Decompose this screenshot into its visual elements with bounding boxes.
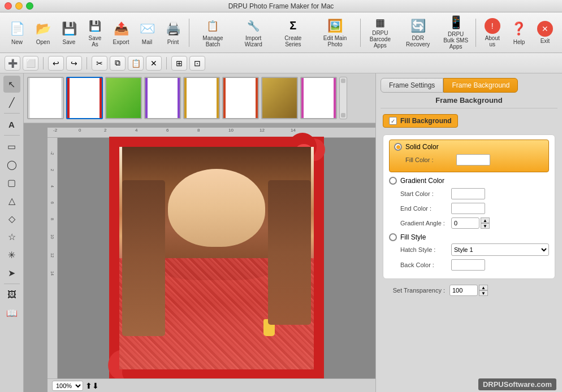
- rect-tool[interactable]: ▭: [3, 138, 20, 155]
- zoom-button[interactable]: ⊡: [189, 56, 205, 71]
- manage-batch-button[interactable]: 📋 Manage Batch: [193, 16, 233, 50]
- import-wizard-button[interactable]: 🔧 Import Wizard: [234, 16, 273, 50]
- bulk-sms-icon: 📱: [447, 15, 465, 30]
- minimize-button[interactable]: [15, 2, 23, 10]
- round-rect-tool[interactable]: ▢: [3, 174, 20, 191]
- tab-frame-background[interactable]: Frame Background: [443, 78, 518, 93]
- text-tool[interactable]: A: [3, 116, 20, 133]
- solid-color-radio[interactable]: [394, 143, 402, 151]
- transparency-row: Set Transparency : ▲ ▼: [383, 285, 555, 296]
- edit-main-photo-icon: 🖼️: [326, 18, 344, 34]
- maximize-button[interactable]: [26, 2, 33, 10]
- line-tool[interactable]: ╱: [3, 94, 20, 111]
- left-toolbar: ↖ ╱ A ▭ ◯ ▢ △ ◇ ☆ ✳ ➤ 🖼 📖: [0, 73, 24, 392]
- cut-button[interactable]: ✂: [92, 56, 107, 71]
- frame-thumb-4[interactable]: [144, 77, 181, 119]
- zoom-bar: 100% 75% 50% 150% ⬆⬇: [47, 378, 375, 392]
- frame-thumb-3[interactable]: [105, 77, 142, 119]
- fill-color-swatch[interactable]: [456, 154, 490, 165]
- strip-scrollbar[interactable]: [339, 77, 347, 119]
- hatch-style-select[interactable]: Style 1 Style 2 Style 3: [451, 243, 549, 256]
- frame-thumb-2[interactable]: [66, 77, 103, 119]
- select-tool[interactable]: ↖: [3, 76, 20, 93]
- color-options-group: Solid Color Fill Color : Gradient Color: [383, 134, 555, 279]
- about-button[interactable]: ! About us: [479, 16, 505, 50]
- open-icon: 📂: [34, 20, 52, 38]
- solid-color-option[interactable]: Solid Color Fill Color :: [389, 140, 549, 172]
- gradient-color-radio[interactable]: [389, 177, 397, 185]
- grid-button[interactable]: ⊞: [171, 56, 187, 71]
- diamond-tool[interactable]: ◇: [3, 210, 20, 227]
- zoom-select[interactable]: 100% 75% 50% 150%: [52, 381, 83, 391]
- export-icon: 📤: [112, 20, 130, 38]
- frame-thumb-5[interactable]: [183, 77, 220, 119]
- exit-button[interactable]: ✕ Exit: [533, 16, 557, 50]
- fill-background-checkbox[interactable]: ✓: [389, 117, 397, 125]
- delete-button[interactable]: ✕: [146, 56, 162, 71]
- close-button[interactable]: [5, 2, 12, 10]
- fill-color-row: Fill Color :: [405, 154, 544, 165]
- frame-thumb-8[interactable]: [300, 77, 337, 119]
- hatch-style-label: Hatch Style :: [400, 246, 451, 253]
- frame-thumb-1[interactable]: [27, 77, 64, 119]
- back-color-row: Back Color :: [400, 259, 549, 271]
- frame-thumb-6[interactable]: [222, 77, 259, 119]
- print-button[interactable]: 🖨️ Print: [161, 16, 185, 50]
- fill-style-radio[interactable]: [389, 233, 397, 241]
- fill-background-checkbox-group[interactable]: ✓ Fill Background: [383, 114, 458, 128]
- edit-main-photo-button[interactable]: 🖼️ Edit Main Photo: [313, 16, 357, 50]
- book-tool[interactable]: 📖: [3, 304, 20, 321]
- angle-spinner[interactable]: ▲ ▼: [481, 217, 490, 229]
- tabs-row: Frame Settings Frame Background: [376, 73, 562, 93]
- transparency-input[interactable]: [449, 285, 478, 296]
- paste-button[interactable]: 📋: [128, 56, 144, 71]
- ellipse-tool[interactable]: ◯: [3, 156, 20, 173]
- end-color-swatch[interactable]: [451, 203, 485, 214]
- copy-button[interactable]: ⧉: [110, 56, 126, 71]
- start-color-swatch[interactable]: [451, 188, 485, 199]
- photo-frame: [109, 137, 324, 380]
- watermark: DRPUSoftware.com: [376, 377, 562, 392]
- ddr-recovery-button[interactable]: 🔄 DDR Recovery: [397, 16, 439, 50]
- start-color-row: Start Color :: [400, 188, 549, 199]
- export-button[interactable]: 📤 Export: [109, 16, 133, 50]
- transparency-label: Set Transparency :: [383, 287, 445, 294]
- zoom-spinner[interactable]: ⬆⬇: [85, 381, 99, 390]
- undo-button[interactable]: ↩: [48, 56, 64, 71]
- gradient-angle-input[interactable]: [451, 217, 479, 229]
- frame-button[interactable]: ⬜: [23, 56, 38, 71]
- new-button[interactable]: 📄 New: [5, 16, 29, 50]
- redo-button[interactable]: ↪: [66, 56, 82, 71]
- frame-strip: [24, 73, 375, 123]
- watermark-text: DRPUSoftware.com: [478, 378, 556, 390]
- mail-button[interactable]: ✉️ Mail: [135, 16, 159, 50]
- angle-up-button[interactable]: ▲: [481, 217, 490, 223]
- transparency-spinner[interactable]: ▲ ▼: [479, 285, 488, 296]
- app-title: DRPU Photo Frame Maker for Mac: [228, 2, 334, 10]
- triangle-tool[interactable]: △: [3, 192, 20, 209]
- canvas-content[interactable]: [58, 138, 375, 378]
- gradient-color-section: Gradient Color Start Color : End Color :…: [389, 177, 549, 229]
- angle-down-button[interactable]: ▼: [481, 223, 490, 229]
- bulk-sms-button[interactable]: 📱 DRPU Bulk SMS Apps: [440, 16, 472, 50]
- window-controls[interactable]: [5, 2, 33, 10]
- barcode-apps-button[interactable]: ▦ DRPU Barcode Apps: [364, 16, 396, 50]
- back-color-swatch[interactable]: [451, 259, 485, 271]
- help-button[interactable]: ❓ Help: [507, 16, 531, 50]
- transparency-down-button[interactable]: ▼: [479, 290, 488, 296]
- toolbar-separator-3: [475, 19, 476, 47]
- sec-sep-3: [166, 57, 167, 69]
- arrow-tool[interactable]: ➤: [3, 264, 20, 281]
- transparency-up-button[interactable]: ▲: [479, 285, 488, 290]
- burst-tool[interactable]: ✳: [3, 246, 20, 263]
- star-tool[interactable]: ☆: [3, 228, 20, 245]
- photo-tool[interactable]: 🖼: [3, 286, 20, 303]
- create-series-button[interactable]: Σ Create Series: [274, 16, 313, 50]
- tab-frame-settings[interactable]: Frame Settings: [381, 78, 443, 93]
- open-button[interactable]: 📂 Open: [31, 16, 55, 50]
- frame-thumb-7[interactable]: [261, 77, 298, 119]
- save-as-icon: 💾: [86, 18, 104, 34]
- save-as-button[interactable]: 💾 Save As: [83, 16, 107, 50]
- add-element-button[interactable]: ➕: [5, 56, 20, 71]
- save-button[interactable]: 💾 Save: [57, 16, 81, 50]
